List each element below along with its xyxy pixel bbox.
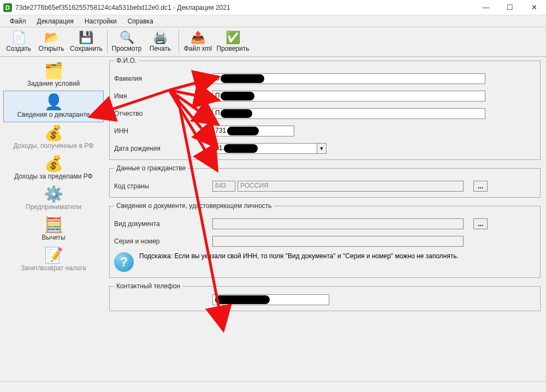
- toolbar: 📄 Создать 📂 Открыть 💾 Сохранить 🔍 Просмо…: [0, 27, 546, 57]
- input-doc-type[interactable]: [212, 218, 464, 229]
- calculator-icon: 🧮: [44, 216, 63, 234]
- tool-check[interactable]: ✅ Проверить: [214, 28, 251, 56]
- document-icon: 📝: [44, 247, 63, 264]
- menu-file[interactable]: Файл: [5, 16, 31, 26]
- menu-settings[interactable]: Настройки: [80, 16, 121, 26]
- person-icon: 👤: [44, 93, 63, 111]
- tool-open[interactable]: 📂 Открыть: [35, 28, 68, 56]
- tool-print-label: Печать: [150, 45, 171, 52]
- hint-icon: ?: [114, 252, 134, 272]
- window-title: 73de2776b65ef3516255758124c4a531bebd12e0…: [15, 4, 474, 11]
- label-inn: ИНН: [114, 127, 212, 135]
- money-icon: 💰: [44, 124, 63, 142]
- redaction: [224, 144, 258, 153]
- group-citizenship: Данные о гражданстве Код страны 643 РОСС…: [109, 164, 541, 198]
- input-phone[interactable]: [212, 294, 329, 305]
- tool-save-label: Сохранить: [70, 45, 103, 52]
- title-bar: D 73de2776b65ef3516255758124c4a531bebd12…: [0, 0, 546, 15]
- tool-check-label: Проверить: [216, 45, 249, 52]
- country-lookup-button[interactable]: ...: [473, 181, 488, 192]
- open-folder-icon: 📂: [44, 32, 59, 44]
- tool-create-label: Создать: [6, 45, 31, 52]
- tool-xml[interactable]: 📤 Файл xml: [181, 28, 214, 56]
- value-dob: 11.: [215, 144, 224, 152]
- money-bag-icon: 💰: [44, 155, 63, 173]
- redaction: [227, 127, 259, 135]
- label-patronymic: Отчество: [114, 110, 212, 117]
- hint-prefix: Подсказка:: [139, 252, 173, 260]
- sidebar-label-declarant: Сведения о декларанте: [17, 111, 90, 118]
- group-fio: Ф.И.О. Фамилия В Имя П Отчество П: [109, 57, 541, 160]
- tool-xml-label: Файл xml: [184, 45, 212, 52]
- value-lastname: В: [215, 74, 219, 82]
- status-bar: [0, 381, 546, 392]
- printer-icon: 🖨️: [153, 32, 168, 44]
- label-dob: Дата рождения: [114, 145, 212, 152]
- sidebar-item-income-rf[interactable]: 💰 Доходы, полученные в РФ: [3, 122, 104, 153]
- menu-bar: Файл Декларация Настройки Справка: [0, 15, 546, 27]
- new-file-icon: 📄: [11, 32, 26, 44]
- value-patronymic: П: [215, 109, 220, 117]
- value-firstname: П: [215, 92, 220, 99]
- tool-print[interactable]: 🖨️ Печать: [144, 28, 176, 56]
- main-area: 🗂️ Задание условий 👤 Сведения о декларан…: [0, 57, 546, 381]
- dob-dropdown-button[interactable]: ▼: [317, 143, 327, 154]
- input-doc-serial[interactable]: [212, 236, 464, 247]
- menu-declaration[interactable]: Декларация: [33, 16, 78, 26]
- toolbar-separator: [179, 30, 179, 54]
- sidebar-item-entrepreneur[interactable]: ⚙️ Предприниматели: [3, 183, 104, 214]
- save-icon: 💾: [79, 32, 93, 44]
- sidebar-label-deductions: Вычеты: [41, 234, 65, 241]
- sidebar-item-deductions[interactable]: 🧮 Вычеты: [3, 214, 104, 245]
- tool-preview[interactable]: 🔍 Просмотр: [110, 28, 144, 56]
- group-document: Сведения о документе, удостоверяющем лич…: [109, 202, 541, 278]
- group-phone: Контактный телефон: [109, 282, 541, 311]
- sidebar-label-offset: Зачет/возврат налога: [21, 264, 86, 272]
- conditions-icon: 🗂️: [44, 62, 63, 80]
- tool-open-label: Открыть: [38, 45, 64, 52]
- minimize-button[interactable]: —: [474, 0, 498, 15]
- sidebar-item-offset[interactable]: 📝 Зачет/возврат налога: [3, 245, 104, 275]
- label-lastname: Фамилия: [114, 75, 212, 82]
- sidebar-item-income-abroad[interactable]: 💰 Доходы за пределами РФ: [3, 153, 104, 183]
- magnifier-icon: 🔍: [120, 32, 134, 44]
- label-doc-type: Вид документа: [114, 220, 212, 228]
- hint-text: Если вы указали свой ИНН, то поля "Вид д…: [174, 252, 458, 260]
- redaction: [221, 74, 264, 83]
- toolbar-separator: [107, 30, 108, 54]
- check-icon: ✅: [225, 32, 240, 44]
- input-inn[interactable]: 731: [212, 126, 294, 136]
- value-inn: 731: [215, 127, 226, 134]
- sidebar-label-conditions: Задание условий: [27, 80, 80, 87]
- sidebar-label-income-abroad: Доходы за пределами РФ: [14, 173, 92, 180]
- input-firstname[interactable]: П: [212, 91, 485, 102]
- input-dob[interactable]: 11.: [212, 143, 317, 154]
- sidebar-label-income-rf: Доходы, полученные в РФ: [14, 142, 94, 150]
- group-citizenship-legend: Данные о гражданстве: [114, 164, 188, 172]
- sidebar-label-entrepreneur: Предприниматели: [26, 203, 81, 211]
- maximize-button[interactable]: ☐: [498, 0, 522, 15]
- label-firstname: Имя: [114, 92, 212, 100]
- menu-help[interactable]: Справка: [123, 16, 158, 26]
- label-doc-serial: Серия и номер: [114, 237, 212, 245]
- label-country-code: Код страны: [114, 182, 212, 190]
- content-area: Ф.И.О. Фамилия В Имя П Отчество П: [107, 57, 546, 381]
- sidebar-item-conditions[interactable]: 🗂️ Задание условий: [3, 60, 104, 91]
- input-country-code[interactable]: 643: [212, 181, 235, 192]
- tool-save[interactable]: 💾 Сохранить: [68, 28, 105, 56]
- briefcase-icon: ⚙️: [44, 186, 63, 203]
- input-patronymic[interactable]: П: [212, 108, 485, 119]
- doc-type-lookup-button[interactable]: ...: [473, 218, 488, 229]
- tool-create[interactable]: 📄 Создать: [2, 28, 35, 56]
- app-icon: D: [3, 3, 12, 12]
- group-phone-legend: Контактный телефон: [114, 282, 182, 290]
- redaction: [221, 109, 252, 118]
- sidebar-item-declarant[interactable]: 👤 Сведения о декларанте: [3, 91, 104, 122]
- input-lastname[interactable]: В: [212, 73, 485, 84]
- sidebar: 🗂️ Задание условий 👤 Сведения о декларан…: [0, 57, 107, 381]
- tool-preview-label: Просмотр: [112, 45, 142, 52]
- close-button[interactable]: ✕: [522, 0, 546, 15]
- input-country-name[interactable]: РОССИЯ: [238, 181, 464, 192]
- redaction: [215, 295, 270, 304]
- group-document-legend: Сведения о документе, удостоверяющем лич…: [114, 202, 274, 210]
